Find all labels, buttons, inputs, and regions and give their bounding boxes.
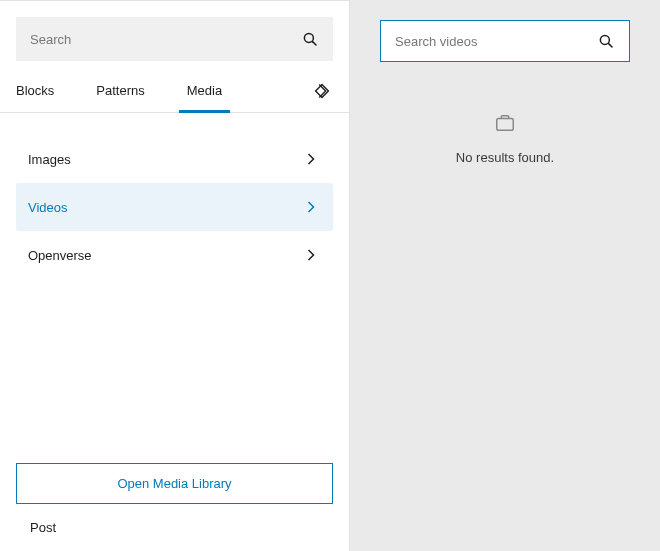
- chevron-right-icon: [301, 149, 321, 169]
- media-item-label: Openverse: [28, 248, 92, 263]
- tab-blocks[interactable]: Blocks: [16, 69, 54, 112]
- video-search-input[interactable]: [395, 34, 597, 49]
- media-item-openverse[interactable]: Openverse: [16, 231, 333, 279]
- media-empty-icon: [494, 112, 516, 134]
- results-panel: No results found.: [350, 0, 660, 551]
- media-categories: Images Videos Openverse: [16, 113, 333, 279]
- open-media-library-button[interactable]: Open Media Library: [16, 463, 333, 504]
- search-icon: [597, 32, 615, 50]
- svg-rect-4: [497, 118, 514, 130]
- search-input-container[interactable]: [16, 17, 333, 61]
- media-item-images[interactable]: Images: [16, 135, 333, 183]
- video-search-container[interactable]: [380, 20, 630, 62]
- chevron-right-icon: [301, 245, 321, 265]
- svg-point-0: [304, 33, 313, 42]
- tabs-bar: Blocks Patterns Media: [0, 69, 349, 113]
- empty-text: No results found.: [456, 150, 554, 165]
- svg-line-3: [609, 44, 612, 47]
- search-input[interactable]: [30, 32, 301, 47]
- search-icon: [301, 30, 319, 48]
- post-label: Post: [16, 520, 333, 535]
- inserter-panel: Blocks Patterns Media Images Videos: [0, 0, 350, 551]
- media-item-videos[interactable]: Videos: [16, 183, 333, 231]
- chevron-right-icon: [301, 197, 321, 217]
- svg-point-2: [600, 35, 609, 44]
- media-item-label: Videos: [28, 200, 68, 215]
- expand-icon[interactable]: [311, 80, 333, 102]
- tab-patterns[interactable]: Patterns: [96, 69, 144, 112]
- empty-state: No results found.: [456, 112, 554, 165]
- tab-media[interactable]: Media: [187, 69, 222, 112]
- svg-line-1: [313, 42, 316, 45]
- media-item-label: Images: [28, 152, 71, 167]
